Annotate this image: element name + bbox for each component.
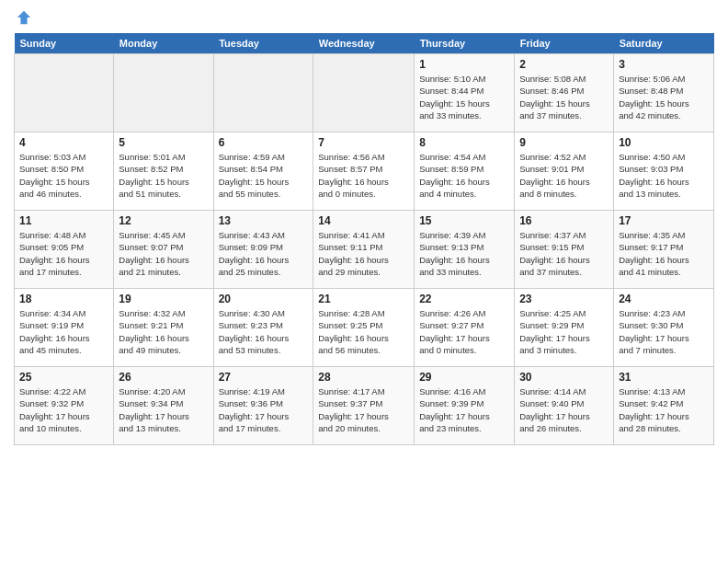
day-number: 1	[419, 58, 509, 71]
day-cell: 13Sunrise: 4:43 AM Sunset: 9:09 PM Dayli…	[213, 211, 313, 289]
day-header-sunday: Sunday	[15, 33, 114, 54]
day-cell: 17Sunrise: 4:35 AM Sunset: 9:17 PM Dayli…	[614, 211, 714, 289]
day-info: Sunrise: 5:01 AM Sunset: 8:52 PM Dayligh…	[119, 151, 208, 200]
week-row-2: 4Sunrise: 5:03 AM Sunset: 8:50 PM Daylig…	[15, 132, 714, 211]
day-info: Sunrise: 5:08 AM Sunset: 8:46 PM Dayligh…	[519, 73, 609, 121]
day-cell: 21Sunrise: 4:28 AM Sunset: 9:25 PM Dayli…	[313, 289, 415, 367]
day-cell: 22Sunrise: 4:26 AM Sunset: 9:27 PM Dayli…	[415, 289, 515, 367]
day-cell: 29Sunrise: 4:16 AM Sunset: 9:39 PM Dayli…	[415, 367, 515, 445]
day-number: 5	[119, 136, 208, 149]
day-cell: 6Sunrise: 4:59 AM Sunset: 8:54 PM Daylig…	[213, 132, 313, 211]
header-row: SundayMondayTuesdayWednesdayThursdayFrid…	[15, 33, 714, 54]
day-cell: 16Sunrise: 4:37 AM Sunset: 9:15 PM Dayli…	[515, 211, 614, 289]
day-info: Sunrise: 4:19 AM Sunset: 9:36 PM Dayligh…	[219, 385, 309, 434]
day-number: 12	[119, 214, 208, 227]
logo	[14, 9, 32, 26]
day-number: 20	[219, 293, 309, 305]
day-cell: 3Sunrise: 5:06 AM Sunset: 8:48 PM Daylig…	[614, 54, 714, 132]
day-cell: 7Sunrise: 4:56 AM Sunset: 8:57 PM Daylig…	[313, 132, 415, 211]
day-cell: 23Sunrise: 4:25 AM Sunset: 9:29 PM Dayli…	[515, 289, 614, 367]
day-cell	[313, 54, 415, 132]
day-info: Sunrise: 4:35 AM Sunset: 9:17 PM Dayligh…	[619, 229, 709, 278]
week-row-5: 25Sunrise: 4:22 AM Sunset: 9:32 PM Dayli…	[15, 367, 714, 445]
day-number: 9	[519, 136, 609, 149]
day-cell: 9Sunrise: 4:52 AM Sunset: 9:01 PM Daylig…	[515, 132, 614, 211]
page: SundayMondayTuesdayWednesdayThursdayFrid…	[0, 0, 728, 454]
day-info: Sunrise: 4:56 AM Sunset: 8:57 PM Dayligh…	[318, 151, 409, 200]
day-info: Sunrise: 4:48 AM Sunset: 9:05 PM Dayligh…	[19, 229, 108, 278]
day-number: 19	[119, 293, 208, 305]
week-row-3: 11Sunrise: 4:48 AM Sunset: 9:05 PM Dayli…	[15, 211, 714, 289]
day-number: 10	[619, 136, 709, 149]
day-info: Sunrise: 4:34 AM Sunset: 9:19 PM Dayligh…	[19, 307, 108, 356]
day-cell: 30Sunrise: 4:14 AM Sunset: 9:40 PM Dayli…	[515, 367, 614, 445]
day-number: 31	[619, 371, 709, 384]
day-cell	[15, 54, 114, 132]
calendar-table: SundayMondayTuesdayWednesdayThursdayFrid…	[14, 33, 714, 445]
day-info: Sunrise: 4:13 AM Sunset: 9:42 PM Dayligh…	[619, 385, 709, 434]
day-info: Sunrise: 4:17 AM Sunset: 9:37 PM Dayligh…	[318, 385, 409, 434]
day-cell: 1Sunrise: 5:10 AM Sunset: 8:44 PM Daylig…	[415, 54, 515, 132]
day-info: Sunrise: 4:22 AM Sunset: 9:32 PM Dayligh…	[19, 385, 108, 434]
day-info: Sunrise: 4:50 AM Sunset: 9:03 PM Dayligh…	[619, 151, 709, 200]
day-info: Sunrise: 4:26 AM Sunset: 9:27 PM Dayligh…	[419, 307, 509, 356]
day-info: Sunrise: 4:25 AM Sunset: 9:29 PM Dayligh…	[519, 307, 609, 356]
day-number: 23	[519, 293, 609, 305]
week-row-1: 1Sunrise: 5:10 AM Sunset: 8:44 PM Daylig…	[15, 54, 714, 132]
day-number: 16	[519, 214, 609, 227]
day-number: 28	[318, 371, 409, 384]
day-cell: 18Sunrise: 4:34 AM Sunset: 9:19 PM Dayli…	[15, 289, 114, 367]
day-cell	[114, 54, 213, 132]
day-number: 30	[519, 371, 609, 384]
day-number: 13	[219, 214, 309, 227]
day-number: 11	[19, 214, 108, 227]
day-info: Sunrise: 4:45 AM Sunset: 9:07 PM Dayligh…	[119, 229, 208, 278]
day-cell: 28Sunrise: 4:17 AM Sunset: 9:37 PM Dayli…	[313, 367, 415, 445]
day-number: 4	[19, 136, 108, 149]
day-number: 25	[19, 371, 108, 384]
day-header-monday: Monday	[114, 33, 213, 54]
day-info: Sunrise: 5:06 AM Sunset: 8:48 PM Dayligh…	[619, 73, 709, 121]
day-number: 14	[318, 214, 409, 227]
day-cell: 14Sunrise: 4:41 AM Sunset: 9:11 PM Dayli…	[313, 211, 415, 289]
day-info: Sunrise: 4:54 AM Sunset: 8:59 PM Dayligh…	[419, 151, 509, 200]
day-number: 6	[219, 136, 309, 149]
day-cell: 31Sunrise: 4:13 AM Sunset: 9:42 PM Dayli…	[614, 367, 714, 445]
day-cell: 26Sunrise: 4:20 AM Sunset: 9:34 PM Dayli…	[114, 367, 213, 445]
day-cell: 11Sunrise: 4:48 AM Sunset: 9:05 PM Dayli…	[15, 211, 114, 289]
day-cell	[213, 54, 313, 132]
day-number: 22	[419, 293, 509, 305]
day-info: Sunrise: 4:16 AM Sunset: 9:39 PM Dayligh…	[419, 385, 509, 434]
day-header-saturday: Saturday	[614, 33, 714, 54]
day-number: 8	[419, 136, 509, 149]
day-number: 3	[619, 58, 709, 71]
day-header-thursday: Thursday	[415, 33, 515, 54]
day-number: 26	[119, 371, 208, 384]
day-header-tuesday: Tuesday	[213, 33, 313, 54]
svg-marker-0	[17, 11, 30, 24]
week-row-4: 18Sunrise: 4:34 AM Sunset: 9:19 PM Dayli…	[15, 289, 714, 367]
day-info: Sunrise: 4:14 AM Sunset: 9:40 PM Dayligh…	[519, 385, 609, 434]
day-info: Sunrise: 4:30 AM Sunset: 9:23 PM Dayligh…	[219, 307, 309, 356]
day-header-wednesday: Wednesday	[313, 33, 415, 54]
logo-icon	[16, 9, 32, 26]
day-info: Sunrise: 4:43 AM Sunset: 9:09 PM Dayligh…	[219, 229, 309, 278]
day-info: Sunrise: 4:23 AM Sunset: 9:30 PM Dayligh…	[619, 307, 709, 356]
day-cell: 4Sunrise: 5:03 AM Sunset: 8:50 PM Daylig…	[15, 132, 114, 211]
day-cell: 15Sunrise: 4:39 AM Sunset: 9:13 PM Dayli…	[415, 211, 515, 289]
day-info: Sunrise: 4:20 AM Sunset: 9:34 PM Dayligh…	[119, 385, 208, 434]
day-info: Sunrise: 4:41 AM Sunset: 9:11 PM Dayligh…	[318, 229, 409, 278]
day-number: 2	[519, 58, 609, 71]
header	[14, 9, 714, 26]
day-info: Sunrise: 4:32 AM Sunset: 9:21 PM Dayligh…	[119, 307, 208, 356]
day-number: 17	[619, 214, 709, 227]
day-info: Sunrise: 4:59 AM Sunset: 8:54 PM Dayligh…	[219, 151, 309, 200]
day-number: 24	[619, 293, 709, 305]
day-number: 15	[419, 214, 509, 227]
day-cell: 27Sunrise: 4:19 AM Sunset: 9:36 PM Dayli…	[213, 367, 313, 445]
day-cell: 5Sunrise: 5:01 AM Sunset: 8:52 PM Daylig…	[114, 132, 213, 211]
day-info: Sunrise: 4:28 AM Sunset: 9:25 PM Dayligh…	[318, 307, 409, 356]
day-number: 7	[318, 136, 409, 149]
day-info: Sunrise: 4:39 AM Sunset: 9:13 PM Dayligh…	[419, 229, 509, 278]
day-cell: 20Sunrise: 4:30 AM Sunset: 9:23 PM Dayli…	[213, 289, 313, 367]
